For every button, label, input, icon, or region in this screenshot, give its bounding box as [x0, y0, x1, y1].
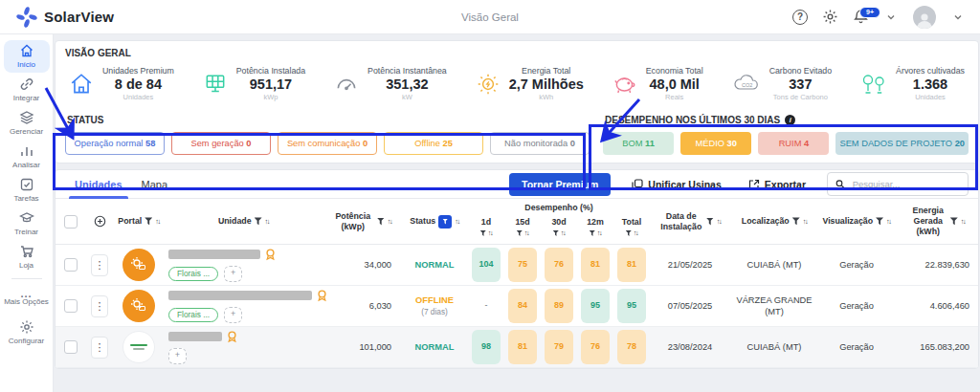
filter-icon[interactable] [792, 217, 800, 225]
premium-medal-icon [265, 249, 276, 261]
exportar-button[interactable]: Exportar [743, 178, 812, 191]
chevron-down-icon[interactable] [949, 9, 967, 26]
status-filter-nao-monitorada[interactable]: Não monitorada 0 [490, 132, 590, 155]
tornar-premium-button[interactable]: Tornar Premium [509, 173, 611, 196]
sidebar-item-mais-opcoes[interactable]: ... Mais Opções [4, 283, 50, 316]
unit-tag-pill[interactable]: Florais ... [168, 267, 218, 281]
table-row: ⋮ Florais ... [56, 245, 978, 286]
sidebar-item-gerenciar[interactable]: Gerenciar [4, 107, 50, 140]
active-filter-icon[interactable] [438, 215, 452, 229]
filter-icon[interactable] [950, 217, 958, 225]
filter-icon[interactable] [876, 217, 883, 225]
perf-15d: 75 [508, 248, 537, 282]
tab-mapa[interactable]: Mapa [132, 170, 178, 199]
filter-icon[interactable] [517, 230, 523, 236]
filter-icon[interactable] [706, 218, 714, 226]
col-total: Total [622, 217, 641, 228]
row-menu-icon[interactable]: ⋮ [91, 254, 108, 276]
kpi-row: Unidades Premium 8 de 84 Unidades Potênc… [65, 58, 969, 111]
kpi-unidades-premium: Unidades Premium 8 de 84 Unidades [69, 66, 174, 101]
table-toolbar: Unidades Mapa Tornar Premium Unificar Us… [56, 170, 978, 199]
row-checkbox[interactable] [64, 340, 78, 354]
sidebar-item-tarefas[interactable]: Tarefas [4, 174, 50, 207]
col-12m: 12m [587, 217, 604, 228]
filter-icon[interactable] [590, 230, 595, 236]
filter-icon[interactable] [255, 217, 262, 225]
row-checkbox[interactable] [64, 258, 78, 272]
performance-section: DESEMPENHO NOS ÚLTIMOS 30 DIAS i BOM 11 … [603, 111, 969, 155]
sort-icon[interactable]: ↑↓ [597, 229, 602, 237]
status-filter-sem-comunicacao[interactable]: Sem comunicação 0 [278, 132, 377, 155]
sort-icon[interactable]: ↑↓ [155, 217, 160, 226]
info-icon[interactable]: i [785, 115, 795, 125]
status-section: STATUS Operação normal 58 Sem geração 0 … [65, 111, 590, 155]
tab-unidades[interactable]: Unidades [65, 170, 132, 199]
status-filter-offline[interactable]: Offline 25 [384, 132, 483, 155]
user-avatar[interactable] [913, 6, 936, 29]
row-menu-icon[interactable]: ⋮ [91, 337, 108, 359]
sidebar-item-inicio[interactable]: Início [4, 40, 50, 73]
filter-icon[interactable] [145, 217, 152, 225]
sort-icon[interactable]: ↑↓ [717, 217, 722, 226]
sort-icon[interactable]: ↑↓ [634, 229, 638, 237]
sidebar-item-integrar[interactable]: Integrar [4, 74, 50, 106]
performance-filter-sem-dados[interactable]: SEM DADOS DE PROJETO 20 [835, 132, 969, 155]
add-tag-button[interactable]: + [224, 266, 242, 282]
sort-icon[interactable]: ↑↓ [961, 217, 966, 226]
settings-gear-icon[interactable] [821, 9, 838, 26]
sort-icon[interactable]: ↑↓ [455, 217, 459, 226]
col-data-instalacao: Data de Instalação [659, 211, 703, 232]
notifications-bell-icon[interactable]: 9+ [852, 9, 869, 26]
filter-icon[interactable] [480, 230, 486, 236]
sort-icon[interactable]: ↑↓ [561, 229, 566, 237]
energia-value: 4.606,460 [895, 300, 979, 312]
sidebar-divider [11, 278, 42, 279]
unit-tag-pill[interactable]: Florais ... [168, 308, 218, 322]
row-checkbox[interactable] [64, 299, 78, 313]
sidebar-item-configurar[interactable]: Configurar [4, 316, 50, 349]
link-icon [19, 76, 34, 92]
add-column-icon[interactable] [94, 215, 106, 228]
performance-filter-medio[interactable]: MÉDIO 30 [680, 132, 751, 155]
sidebar-item-analisar[interactable]: Analisar [4, 141, 50, 173]
sidebar-item-loja[interactable]: Loja [4, 241, 50, 273]
search-icon [835, 179, 845, 189]
search-input[interactable] [851, 178, 960, 190]
chevron-down-icon[interactable] [882, 9, 900, 26]
performance-filter-bom[interactable]: BOM 11 [603, 132, 674, 155]
redacted-unit-name [168, 332, 222, 341]
kpi-arvores-cultivadas: Árvores cultivadas 1.368 Unidades [860, 66, 965, 101]
status-cell: NORMAL [401, 259, 468, 271]
help-icon[interactable]: ? [792, 10, 808, 25]
unificar-usinas-button[interactable]: Unificar Usinas [626, 178, 726, 191]
filter-icon[interactable] [626, 230, 632, 236]
app-root: SolarView Visão Geral ? 9+ [0, 0, 980, 392]
sidebar: Início Integrar Gerenciar Analisar Taref… [0, 34, 54, 392]
kpi-energia-total: Energia Total 2,7 Milhões kWh [476, 66, 584, 101]
solarview-logo-icon [15, 6, 38, 29]
potencia-value: 6,030 [323, 300, 401, 312]
perf-1d: - [472, 289, 501, 323]
row-menu-icon[interactable]: ⋮ [91, 295, 108, 317]
status-filter-operacao-normal[interactable]: Operação normal 58 [65, 132, 165, 155]
filter-icon[interactable] [377, 218, 385, 226]
sort-icon[interactable]: ↑↓ [388, 217, 392, 226]
performance-filter-ruim[interactable]: RUIM 4 [758, 132, 829, 155]
sort-icon[interactable]: ↑↓ [488, 229, 493, 237]
house-icon [69, 72, 94, 97]
filter-icon[interactable] [553, 230, 559, 236]
add-tag-button[interactable]: + [168, 348, 187, 364]
status-filter-sem-geracao[interactable]: Sem geração 0 [171, 132, 271, 155]
add-tag-button[interactable]: + [224, 307, 242, 323]
select-all-checkbox[interactable] [64, 215, 78, 229]
sort-icon[interactable]: ↑↓ [524, 229, 529, 237]
perf-12m: 95 [581, 289, 610, 323]
perf-group-label: Desempenho (%) [468, 203, 650, 212]
app-logo[interactable]: SolarView [15, 6, 114, 29]
sidebar-item-treinar[interactable]: Treinar [4, 207, 50, 240]
sort-icon[interactable]: ↑↓ [803, 217, 808, 226]
redacted-unit-name [168, 291, 312, 300]
sort-icon[interactable]: ↑↓ [265, 217, 270, 226]
sort-icon[interactable]: ↑↓ [886, 217, 891, 226]
localizacao-value: CUIABÁ (MT) [730, 259, 818, 271]
